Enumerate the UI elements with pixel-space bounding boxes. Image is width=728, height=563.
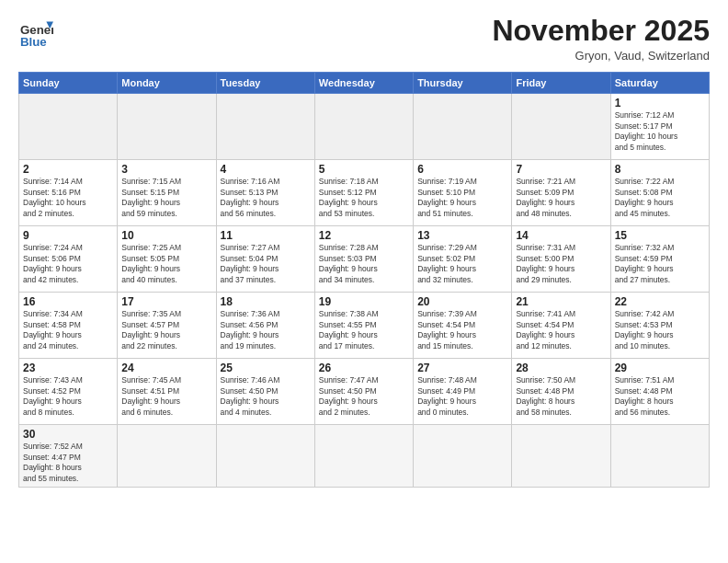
day-info: Sunrise: 7:16 AMSunset: 5:13 PMDaylight:… — [221, 177, 311, 219]
day-number: 17 — [121, 295, 211, 308]
day-info: Sunrise: 7:28 AMSunset: 5:03 PMDaylight:… — [319, 243, 409, 285]
day-cell: 13Sunrise: 7:29 AMSunset: 5:02 PMDayligh… — [414, 226, 512, 293]
day-number: 26 — [319, 362, 409, 374]
day-cell: 8Sunrise: 7:22 AMSunset: 5:08 PMDaylight… — [610, 160, 709, 226]
calendar-page: General Blue November 2025 Gryon, Vaud, … — [0, 0, 728, 563]
col-header-sunday: Sunday — [19, 73, 118, 94]
day-info: Sunrise: 7:48 AMSunset: 4:49 PMDaylight:… — [417, 375, 507, 418]
day-cell — [512, 94, 610, 160]
day-number: 4 — [221, 163, 311, 176]
day-number: 11 — [221, 229, 311, 242]
day-number: 5 — [319, 163, 409, 176]
day-cell: 1Sunrise: 7:12 AMSunset: 5:17 PMDaylight… — [610, 94, 709, 160]
day-number: 8 — [615, 163, 705, 176]
day-info: Sunrise: 7:18 AMSunset: 5:12 PMDaylight:… — [319, 177, 409, 219]
day-info: Sunrise: 7:41 AMSunset: 4:54 PMDaylight:… — [516, 309, 606, 351]
day-cell: 21Sunrise: 7:41 AMSunset: 4:54 PMDayligh… — [512, 293, 610, 359]
logo-icon: General Blue — [18, 15, 53, 50]
day-cell: 22Sunrise: 7:42 AMSunset: 4:53 PMDayligh… — [610, 293, 709, 359]
day-cell — [512, 425, 610, 488]
day-cell: 23Sunrise: 7:43 AMSunset: 4:52 PMDayligh… — [19, 359, 118, 425]
title-block: November 2025 Gryon, Vaud, Switzerland — [492, 15, 710, 63]
day-number: 9 — [23, 229, 113, 242]
day-info: Sunrise: 7:38 AMSunset: 4:55 PMDaylight:… — [319, 309, 409, 351]
day-info: Sunrise: 7:39 AMSunset: 4:54 PMDaylight:… — [417, 309, 507, 351]
day-cell — [414, 94, 512, 160]
day-number: 18 — [221, 295, 311, 308]
day-number: 2 — [23, 163, 113, 176]
week-row-3: 16Sunrise: 7:34 AMSunset: 4:58 PMDayligh… — [19, 293, 710, 359]
col-header-monday: Monday — [118, 73, 216, 94]
day-cell — [118, 425, 216, 488]
calendar-table: SundayMondayTuesdayWednesdayThursdayFrid… — [18, 72, 710, 488]
day-number: 21 — [516, 295, 606, 308]
day-cell: 25Sunrise: 7:46 AMSunset: 4:50 PMDayligh… — [216, 359, 314, 425]
day-number: 7 — [516, 163, 606, 176]
day-info: Sunrise: 7:42 AMSunset: 4:53 PMDaylight:… — [615, 309, 705, 351]
day-info: Sunrise: 7:32 AMSunset: 4:59 PMDaylight:… — [615, 243, 705, 285]
day-cell: 28Sunrise: 7:50 AMSunset: 4:48 PMDayligh… — [512, 359, 610, 425]
day-cell: 2Sunrise: 7:14 AMSunset: 5:16 PMDaylight… — [19, 160, 118, 226]
day-info: Sunrise: 7:27 AMSunset: 5:04 PMDaylight:… — [221, 243, 311, 285]
day-cell: 7Sunrise: 7:21 AMSunset: 5:09 PMDaylight… — [512, 160, 610, 226]
day-info: Sunrise: 7:14 AMSunset: 5:16 PMDaylight:… — [23, 177, 113, 219]
day-number: 29 — [615, 362, 705, 374]
day-info: Sunrise: 7:29 AMSunset: 5:02 PMDaylight:… — [417, 243, 507, 285]
day-number: 14 — [516, 229, 606, 242]
day-number: 16 — [23, 295, 113, 308]
day-number: 10 — [121, 229, 211, 242]
day-number: 3 — [121, 163, 211, 176]
day-cell: 20Sunrise: 7:39 AMSunset: 4:54 PMDayligh… — [414, 293, 512, 359]
day-cell — [19, 94, 118, 160]
day-info: Sunrise: 7:45 AMSunset: 4:51 PMDaylight:… — [121, 375, 211, 418]
calendar-header-row: SundayMondayTuesdayWednesdayThursdayFrid… — [19, 73, 710, 94]
day-number: 24 — [121, 362, 211, 374]
day-info: Sunrise: 7:25 AMSunset: 5:05 PMDaylight:… — [121, 243, 211, 285]
week-row-1: 2Sunrise: 7:14 AMSunset: 5:16 PMDaylight… — [19, 160, 710, 226]
svg-text:Blue: Blue — [20, 35, 47, 49]
day-cell: 27Sunrise: 7:48 AMSunset: 4:49 PMDayligh… — [414, 359, 512, 425]
day-cell: 19Sunrise: 7:38 AMSunset: 4:55 PMDayligh… — [314, 293, 413, 359]
day-cell: 26Sunrise: 7:47 AMSunset: 4:50 PMDayligh… — [314, 359, 413, 425]
day-cell: 29Sunrise: 7:51 AMSunset: 4:48 PMDayligh… — [610, 359, 709, 425]
day-cell — [118, 94, 216, 160]
day-cell: 6Sunrise: 7:19 AMSunset: 5:10 PMDaylight… — [414, 160, 512, 226]
col-header-wednesday: Wednesday — [314, 73, 413, 94]
day-info: Sunrise: 7:15 AMSunset: 5:15 PMDaylight:… — [121, 177, 211, 219]
day-cell — [314, 425, 413, 488]
day-number: 23 — [23, 362, 113, 374]
day-number: 12 — [319, 229, 409, 242]
day-cell: 14Sunrise: 7:31 AMSunset: 5:00 PMDayligh… — [512, 226, 610, 293]
day-cell: 4Sunrise: 7:16 AMSunset: 5:13 PMDaylight… — [216, 160, 314, 226]
day-info: Sunrise: 7:24 AMSunset: 5:06 PMDaylight:… — [23, 243, 113, 285]
day-number: 15 — [615, 229, 705, 242]
day-cell: 30Sunrise: 7:52 AMSunset: 4:47 PMDayligh… — [19, 425, 118, 488]
day-number: 28 — [516, 362, 606, 374]
day-info: Sunrise: 7:46 AMSunset: 4:50 PMDaylight:… — [221, 375, 311, 418]
day-info: Sunrise: 7:35 AMSunset: 4:57 PMDaylight:… — [121, 309, 211, 351]
day-number: 20 — [417, 295, 507, 308]
day-cell: 12Sunrise: 7:28 AMSunset: 5:03 PMDayligh… — [314, 226, 413, 293]
day-info: Sunrise: 7:21 AMSunset: 5:09 PMDaylight:… — [516, 177, 606, 219]
day-number: 27 — [417, 362, 507, 374]
day-info: Sunrise: 7:36 AMSunset: 4:56 PMDaylight:… — [221, 309, 311, 351]
day-number: 19 — [319, 295, 409, 308]
day-info: Sunrise: 7:31 AMSunset: 5:00 PMDaylight:… — [516, 243, 606, 285]
col-header-friday: Friday — [512, 73, 610, 94]
day-info: Sunrise: 7:19 AMSunset: 5:10 PMDaylight:… — [417, 177, 507, 219]
month-title: November 2025 — [492, 15, 710, 47]
day-number: 6 — [417, 163, 507, 176]
col-header-tuesday: Tuesday — [216, 73, 314, 94]
day-info: Sunrise: 7:12 AMSunset: 5:17 PMDaylight:… — [615, 110, 705, 153]
day-cell — [216, 425, 314, 488]
day-info: Sunrise: 7:52 AMSunset: 4:47 PMDaylight:… — [23, 442, 113, 484]
day-cell: 15Sunrise: 7:32 AMSunset: 4:59 PMDayligh… — [610, 226, 709, 293]
day-cell — [610, 425, 709, 488]
day-cell — [216, 94, 314, 160]
day-number: 30 — [23, 428, 113, 441]
day-info: Sunrise: 7:51 AMSunset: 4:48 PMDaylight:… — [615, 375, 705, 418]
day-number: 1 — [615, 97, 705, 109]
header: General Blue November 2025 Gryon, Vaud, … — [18, 15, 710, 63]
col-header-saturday: Saturday — [610, 73, 709, 94]
logo: General Blue — [18, 15, 53, 50]
